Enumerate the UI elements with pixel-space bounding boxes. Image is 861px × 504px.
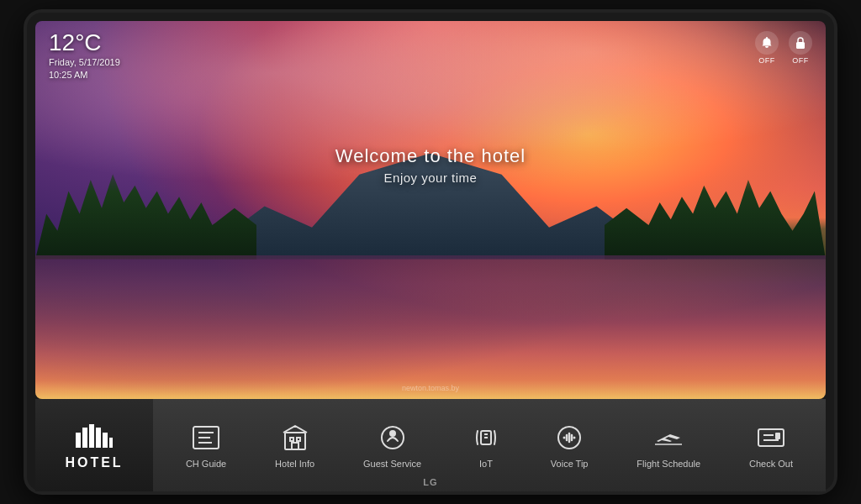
ch-guide-icon (190, 422, 222, 454)
temperature-display: 12°C (49, 31, 120, 55)
weather-info: 12°C Friday, 5/17/2019 10:25 AM (49, 31, 120, 80)
hotel-logo-section: HOTEL (35, 399, 153, 491)
menu-item-check-out[interactable]: Check Out (741, 415, 801, 475)
menu-item-ch-guide[interactable]: CH Guide (177, 415, 235, 475)
guest-service-icon (377, 422, 409, 454)
dnd-icon (755, 31, 779, 55)
menu-item-flight-schedule[interactable]: Flight Schedule (628, 415, 709, 475)
svg-rect-13 (297, 438, 300, 441)
svg-rect-3 (89, 424, 94, 448)
welcome-subtitle: Enjoy your time (335, 171, 526, 185)
svg-rect-1 (76, 433, 81, 448)
top-right-controls: OFF OFF (755, 31, 812, 65)
tv-outer: 12°C Friday, 5/17/2019 10:25 AM OFF (27, 13, 834, 491)
svg-rect-5 (103, 433, 108, 448)
menu-item-hotel-info[interactable]: Hotel Info (267, 415, 323, 475)
hotel-info-icon (279, 422, 311, 454)
lg-logo: LG (423, 477, 437, 487)
svg-rect-12 (290, 438, 293, 441)
voice-tip-icon (553, 422, 585, 454)
svg-rect-30 (775, 433, 780, 439)
menu-item-guest-service[interactable]: Guest Service (355, 415, 430, 475)
voice-tip-label: Voice Tip (551, 459, 589, 469)
menu-item-iot[interactable]: IoT (462, 415, 510, 475)
svg-rect-6 (109, 438, 113, 448)
hotel-logo-text: HOTEL (65, 455, 123, 470)
hotel-info-label: Hotel Info (275, 459, 314, 469)
ch-guide-label: CH Guide (186, 459, 226, 469)
iot-label: IoT (479, 459, 493, 469)
guest-service-label: Guest Service (363, 459, 421, 469)
iot-icon (470, 422, 502, 454)
lock-control[interactable]: OFF (789, 31, 812, 65)
time-display: 10:25 AM (49, 70, 120, 80)
svg-rect-4 (96, 428, 101, 448)
watermark: newton.tomas.by (402, 384, 459, 392)
menu-items: CH Guide Hotel Info (153, 399, 826, 491)
svg-rect-2 (82, 428, 87, 448)
water-reflection (35, 255, 826, 399)
svg-point-16 (390, 431, 395, 436)
hotel-logo-icon (74, 421, 114, 452)
welcome-title: Welcome to the hotel (335, 145, 526, 167)
tv-screen: 12°C Friday, 5/17/2019 10:25 AM OFF (35, 21, 826, 399)
svg-rect-14 (292, 443, 298, 449)
dnd-label: OFF (758, 56, 775, 65)
lock-label: OFF (792, 56, 809, 65)
flight-schedule-icon (652, 422, 684, 454)
dnd-control[interactable]: OFF (755, 31, 779, 65)
svg-rect-0 (796, 42, 805, 49)
menu-item-voice-tip[interactable]: Voice Tip (542, 415, 597, 475)
flight-schedule-label: Flight Schedule (637, 459, 700, 469)
svg-rect-11 (285, 433, 305, 449)
welcome-overlay: Welcome to the hotel Enjoy your time (335, 145, 526, 185)
check-out-icon (755, 422, 787, 454)
lock-icon (789, 31, 812, 55)
check-out-label: Check Out (749, 459, 793, 469)
date-display: Friday, 5/17/2019 (49, 57, 120, 67)
